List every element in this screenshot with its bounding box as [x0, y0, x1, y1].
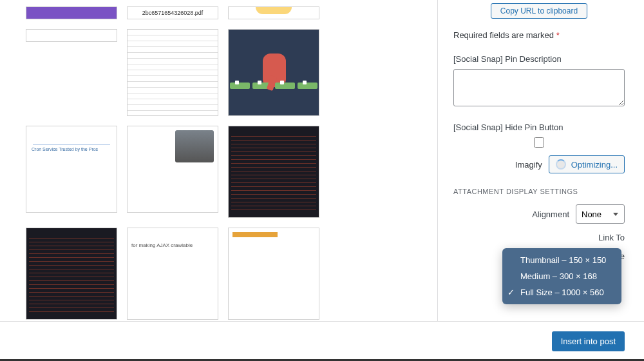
size-option-label: Medium – 300 × 168 — [520, 271, 597, 281]
media-grid: 2bc6571654326028.pdf Cron Service Truste… — [0, 0, 437, 321]
media-grid-panel: 2bc6571654326028.pdf Cron Service Truste… — [0, 0, 438, 321]
modal-footer: Insert into post — [0, 321, 644, 361]
link-to-label: Link To — [598, 233, 625, 242]
imagify-status-badge: Optimizing... — [549, 155, 625, 173]
size-option-label: Full Size – 644 × 361 — [520, 288, 604, 297]
required-text: Required fields are marked — [453, 30, 554, 40]
imagify-status-text: Optimizing... — [571, 160, 618, 170]
alignment-label: Alignment — [532, 210, 569, 219]
media-item-pdf[interactable]: 2bc6571654326028.pdf — [127, 6, 218, 19]
size-option-thumbnail[interactable]: Thumbnail – 150 × 150 — [502, 252, 621, 268]
check-icon: ✓ — [507, 288, 515, 297]
media-item[interactable] — [127, 29, 218, 116]
insert-into-post-button[interactable]: Insert into post — [552, 331, 625, 351]
alignment-select-wrap[interactable]: None — [576, 204, 625, 224]
media-item[interactable] — [228, 228, 319, 320]
size-option-label: Thumbnail – 150 × 150 — [520, 255, 606, 265]
media-item[interactable] — [26, 228, 117, 320]
media-item[interactable] — [228, 6, 319, 19]
required-asterisk: * — [556, 30, 560, 40]
pin-description-textarea[interactable] — [453, 69, 625, 106]
size-dropdown-menu[interactable]: Thumbnail – 150 × 150 Medium – 300 × 168… — [502, 248, 621, 304]
imagify-label: Imagify — [515, 160, 542, 170]
pin-description-label: [Social Snap] Pin Description — [453, 54, 625, 64]
media-item[interactable] — [127, 126, 218, 213]
media-item[interactable] — [26, 29, 117, 42]
size-option-full[interactable]: ✓ Full Size – 644 × 361 — [502, 284, 621, 300]
media-item[interactable] — [228, 29, 319, 116]
media-item[interactable] — [127, 228, 218, 320]
alignment-select[interactable]: None — [576, 204, 625, 224]
media-item[interactable] — [26, 6, 117, 19]
copy-url-button[interactable]: Copy URL to clipboard — [491, 3, 587, 19]
attachment-display-settings-heading: ATTACHMENT DISPLAY SETTINGS — [453, 188, 625, 195]
media-item[interactable]: Cron Service Trusted by the Pros — [26, 126, 117, 213]
spinner-icon — [556, 159, 566, 170]
thumb-headline: Cron Service Trusted by the Pros — [32, 147, 111, 151]
required-notice: Required fields are marked * — [453, 30, 625, 40]
media-item[interactable] — [228, 126, 319, 218]
hide-pin-label: [Social Snap] Hide Pin Button — [453, 122, 625, 132]
hide-pin-checkbox[interactable] — [534, 137, 544, 148]
pdf-filename: 2bc6571654326028.pdf — [142, 10, 204, 16]
size-option-medium[interactable]: Medium – 300 × 168 — [502, 268, 621, 284]
